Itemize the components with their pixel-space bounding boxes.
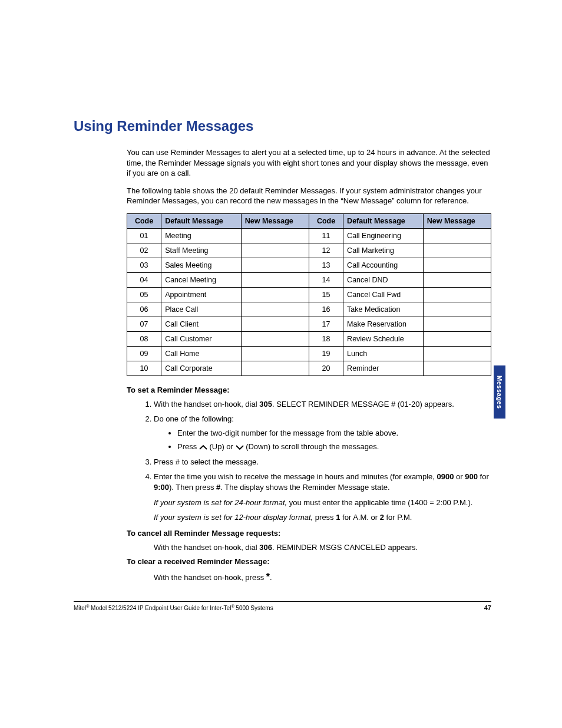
down-arrow-icon [236,444,244,450]
table-row: 07Call Client17Make Reservation [127,317,491,331]
note-24h: If your system is set for 24-hour format… [154,498,287,507]
step-4: Enter the time you wish to receive the m… [154,472,491,522]
clear-text: With the handset on-hook, press *. [154,571,491,584]
th-new-1: New Message [241,213,309,228]
th-default-2: Default Message [343,213,424,228]
up-arrow-icon [199,444,207,450]
table-row: 08Call Customer18Review Schedule [127,331,491,346]
page-heading: Using Reminder Messages [74,118,491,134]
th-default-1: Default Message [161,213,242,228]
footer-text: Mitel® Model 5212/5224 IP Endpoint User … [74,604,273,611]
table-row: 03Sales Meeting13Call Accounting [127,258,491,272]
page-number: 47 [484,604,491,611]
table-row: 01Meeting11Call Engineering [127,228,491,243]
th-code-2: Code [309,213,343,228]
set-reminder-title: To set a Reminder Message: [127,386,491,394]
intro-para-2: The following table shows the 20 default… [127,186,491,206]
step-2-bullet-1: Enter the two-digit number for the messa… [177,428,491,439]
cancel-title: To cancel all Reminder Message requests: [127,529,491,538]
table-row: 05Appointment15Cancel Call Fwd [127,287,491,302]
page-footer: Mitel® Model 5212/5224 IP Endpoint User … [74,601,491,611]
step-2-bullet-2: Press (Up) or (Down) to scroll through t… [177,442,491,452]
clear-title: To clear a received Reminder Message: [127,557,491,566]
cancel-text: With the handset on-hook, dial 306. REMI… [154,542,491,553]
table-row: 06Place Call16Take Medication [127,302,491,317]
th-code-1: Code [127,213,161,228]
step-2: Do one of the following: Enter the two-d… [154,414,491,452]
side-tab-messages: Messages [494,365,505,419]
reminder-table: Code Default Message New Message Code De… [127,213,491,376]
note-12h: If your system is set for 12-hour displa… [154,513,313,522]
table-row: 02Staff Meeting12Call Marketing [127,243,491,258]
step-3: Press # to select the message. [154,457,491,467]
table-row: 10Call Corporate20Reminder [127,361,491,375]
table-row: 04Cancel Meeting14Cancel DND [127,272,491,287]
step-1: With the handset on-hook, dial 305. SELE… [154,399,491,410]
intro-para-1: You can use Reminder Messages to alert y… [127,147,491,179]
set-steps-list: With the handset on-hook, dial 305. SELE… [127,399,491,523]
th-new-2: New Message [423,213,491,228]
table-row: 09Call Home19Lunch [127,346,491,361]
